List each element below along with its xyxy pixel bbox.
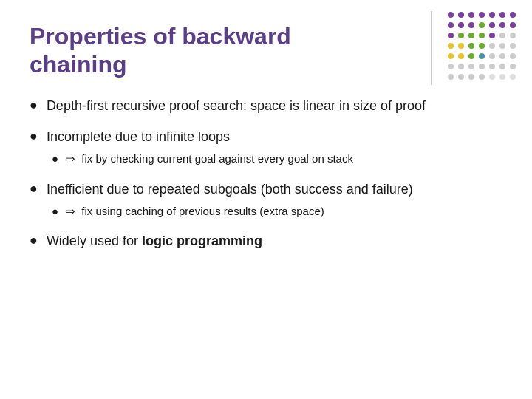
svg-point-8 xyxy=(458,22,464,28)
svg-point-12 xyxy=(499,22,505,28)
svg-point-19 xyxy=(499,33,505,38)
bullet-text-1: Depth-first recursive proof search: spac… xyxy=(47,97,426,115)
svg-point-2 xyxy=(468,12,474,18)
svg-point-10 xyxy=(479,22,485,28)
sub-bullet-text-2a: ⇒ fix by checking current goal against e… xyxy=(66,151,353,166)
sub-bullet-item-3a: ● ⇒ fix using caching of previous result… xyxy=(52,204,502,219)
title-line2: chaining xyxy=(30,51,127,78)
bullet-dot-4: ● xyxy=(30,233,38,248)
bullet-text-3: Inefficient due to repeated subgoals (bo… xyxy=(47,180,413,198)
svg-point-22 xyxy=(458,43,464,49)
svg-point-30 xyxy=(468,53,474,59)
bullet-item-1: ● Depth-first recursive proof search: sp… xyxy=(30,97,502,115)
svg-point-13 xyxy=(510,22,516,28)
svg-point-31 xyxy=(479,53,485,59)
bullet-dot-1: ● xyxy=(30,98,38,113)
svg-point-24 xyxy=(479,43,485,49)
svg-point-41 xyxy=(510,64,516,69)
svg-point-5 xyxy=(499,12,505,18)
implies-symbol-2a: ⇒ xyxy=(66,152,75,165)
svg-point-40 xyxy=(499,64,505,69)
svg-point-9 xyxy=(468,22,474,28)
svg-point-34 xyxy=(510,53,516,59)
bullet-text-4: Widely used for logic programming xyxy=(47,232,262,250)
svg-point-20 xyxy=(510,33,516,38)
svg-point-16 xyxy=(468,33,474,38)
svg-point-1 xyxy=(458,12,464,18)
svg-point-3 xyxy=(479,12,485,18)
svg-point-37 xyxy=(468,64,474,69)
svg-point-33 xyxy=(499,53,505,59)
slide-container: Properties of backward chaining ● Depth-… xyxy=(0,0,532,399)
svg-point-7 xyxy=(448,22,454,28)
svg-point-32 xyxy=(489,53,495,59)
decorative-dot-grid xyxy=(436,7,517,89)
svg-point-15 xyxy=(458,33,464,38)
svg-point-28 xyxy=(448,53,454,59)
sub-bullet-text-3a: ⇒ fix using caching of previous results … xyxy=(66,204,324,219)
svg-point-36 xyxy=(458,64,464,69)
bullet-item-3: ● Inefficient due to repeated subgoals (… xyxy=(30,180,502,219)
sub-bullet-item-2a: ● ⇒ fix by checking current goal against… xyxy=(52,151,502,166)
svg-point-14 xyxy=(448,33,454,38)
svg-point-42 xyxy=(448,74,454,80)
svg-point-29 xyxy=(458,53,464,59)
svg-point-18 xyxy=(489,33,495,38)
svg-point-21 xyxy=(448,43,454,49)
title-line1: Properties of backward xyxy=(30,23,291,50)
svg-point-48 xyxy=(510,74,516,80)
svg-point-46 xyxy=(489,74,495,80)
svg-point-26 xyxy=(499,43,505,49)
bullet-item-4: ● Widely used for logic programming xyxy=(30,232,502,250)
svg-point-43 xyxy=(458,74,464,80)
svg-point-11 xyxy=(489,22,495,28)
sub-bullet-dot-3a: ● xyxy=(52,205,58,217)
svg-point-23 xyxy=(468,43,474,49)
svg-point-38 xyxy=(479,64,485,69)
svg-point-27 xyxy=(510,43,516,49)
content-area: ● Depth-first recursive proof search: sp… xyxy=(30,97,502,250)
svg-point-45 xyxy=(479,74,485,80)
bullet-dot-3: ● xyxy=(30,181,38,197)
svg-point-6 xyxy=(510,12,516,18)
svg-point-17 xyxy=(479,33,485,38)
svg-point-47 xyxy=(499,74,505,80)
bullet-text-4-bold: logic programming xyxy=(142,233,262,248)
bullet-text-2: Incomplete due to infinite loops xyxy=(47,128,230,146)
svg-point-35 xyxy=(448,64,454,69)
svg-point-0 xyxy=(448,12,454,18)
separator-line xyxy=(431,11,432,85)
svg-point-4 xyxy=(489,12,495,18)
svg-point-39 xyxy=(489,64,495,69)
bullet-item-2: ● Incomplete due to infinite loops ● ⇒ f… xyxy=(30,128,502,167)
svg-point-44 xyxy=(468,74,474,80)
svg-point-25 xyxy=(489,43,495,49)
bullet-dot-2: ● xyxy=(30,129,38,144)
sub-bullet-dot-2a: ● xyxy=(52,152,58,165)
implies-symbol-3a: ⇒ xyxy=(66,205,75,217)
